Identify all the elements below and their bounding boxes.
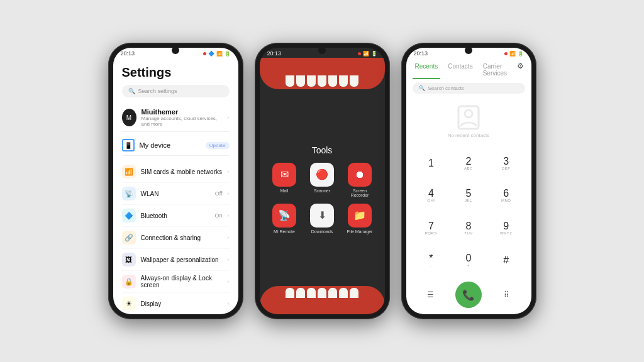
settings-item-sim[interactable]: 📶 SIM cards & mobile networks › [122, 161, 230, 183]
app-item-remote[interactable]: 📡 Mi Remote [269, 204, 300, 234]
dial-letters-2: ABC [464, 167, 473, 170]
dial-num-5: 5 [466, 189, 472, 199]
app-label-downloads: Downloads [311, 229, 333, 234]
account-name: Miuithemer [142, 108, 223, 116]
search-icon-dialer: 🔍 [419, 85, 425, 91]
tooth-bottom [296, 288, 305, 298]
phone-dialer: 20:13 📶 🔋 ⚙ Recents Contacts Carrier Ser… [401, 43, 536, 319]
home-battery-icon: 🔋 [371, 51, 377, 57]
tooth [339, 75, 348, 87]
dial-key-7[interactable]: 7 PQRS [414, 213, 449, 243]
tooth-bottom [307, 288, 316, 298]
chevron-sim-icon: › [228, 168, 230, 175]
settings-title: Settings [122, 65, 230, 80]
teeth-top [286, 75, 358, 87]
tooth-bottom [328, 288, 337, 298]
dial-key-0[interactable]: 0 + [451, 246, 486, 276]
folder-title: Tools [312, 145, 333, 155]
chevron-connection-icon: › [228, 234, 230, 241]
tab-contacts[interactable]: Contacts [445, 62, 475, 79]
dialer-actions: ☰ 📞 ⠿ [406, 278, 531, 314]
dial-key-#[interactable]: # [489, 246, 524, 276]
tooth-bottom [318, 288, 326, 298]
label-display: Display [141, 300, 223, 307]
dialer-search-placeholder: Search contacts [428, 85, 464, 91]
my-device-row[interactable]: 📱 My device Update [122, 135, 230, 156]
settings-item-connection[interactable]: 🔗 Connection & sharing › [122, 227, 230, 249]
home-bg: Tools ✉ Mail 🔴 Scanner ⏺ Screen Recorder… [260, 58, 385, 314]
settings-content: Settings 🔍 Search settings M Miuithemer … [113, 58, 238, 314]
tools-folder: Tools ✉ Mail 🔴 Scanner ⏺ Screen Recorder… [269, 145, 375, 234]
icon-wlan: 📡 [122, 187, 136, 200]
battery-icon: 🔋 [225, 51, 231, 57]
app-item-files[interactable]: 📁 File Manager [344, 204, 375, 234]
app-item-mail[interactable]: ✉ Mail [269, 163, 300, 197]
phone-settings: 20:13 🔷 📶 🔋 Settings 🔍 Search settings M… [108, 43, 243, 319]
tab-recents[interactable]: Recents [413, 62, 441, 79]
settings-item-display[interactable]: ☀ Display › [122, 293, 230, 314]
status-time-home: 20:13 [267, 50, 282, 57]
app-icon-recorder: ⏺ [348, 163, 372, 187]
dial-key-1[interactable]: 1 [414, 148, 449, 178]
dial-num-8: 8 [466, 221, 472, 231]
camera-notch [172, 47, 179, 54]
app-icon-downloads: ⬇ [310, 204, 334, 228]
dial-key-6[interactable]: 6 MNO [489, 181, 524, 211]
keypad-button[interactable]: ⠿ [498, 286, 516, 304]
dial-num-#: # [503, 255, 509, 265]
app-item-scanner[interactable]: 🔴 Scanner [306, 163, 338, 197]
app-label-files: File Manager [347, 229, 373, 234]
home-screen: 20:13 📶 🔋 [260, 48, 385, 314]
tooth [328, 75, 337, 87]
dialer-search[interactable]: 🔍 Search contacts [413, 83, 525, 94]
app-item-downloads[interactable]: ⬇ Downloads [306, 204, 338, 234]
value-wlan: Off [215, 190, 223, 197]
dialpad-toggle-button[interactable]: ☰ [421, 286, 439, 304]
tooth [307, 75, 316, 87]
dial-key-2[interactable]: 2 ABC [451, 148, 486, 178]
status-time: 20:13 [121, 50, 135, 57]
settings-screen: 20:13 🔷 📶 🔋 Settings 🔍 Search settings M… [113, 48, 238, 314]
gear-icon[interactable]: ⚙ [517, 62, 524, 70]
dial-key-3[interactable]: 3 DEF [489, 148, 524, 178]
dial-num-0: 0 [466, 253, 472, 263]
dialer-screen: 20:13 📶 🔋 ⚙ Recents Contacts Carrier Ser… [406, 48, 531, 314]
chevron-bluetooth-icon: › [228, 212, 230, 219]
dialer-wifi-icon: 📶 [509, 51, 516, 57]
dial-key-5[interactable]: 5 JKL [451, 181, 486, 211]
tooth-bottom [286, 288, 294, 298]
home-status-dot [358, 52, 361, 55]
settings-item-wlan[interactable]: 📡 WLAN Off › [122, 183, 230, 205]
app-icon-remote: 📡 [272, 204, 296, 228]
label-connection: Connection & sharing [141, 234, 223, 241]
dial-key-*[interactable]: * , [414, 246, 449, 276]
value-bluetooth: On [214, 212, 222, 219]
my-device-label: My device [140, 141, 171, 149]
call-button[interactable]: 📞 [455, 282, 482, 308]
settings-item-alwayson[interactable]: 🔒 Always-on display & Lock screen › [122, 271, 230, 293]
settings-item-wallpaper[interactable]: 🖼 Wallpaper & personalization › [122, 249, 230, 271]
settings-item-bluetooth[interactable]: 🔷 Bluetooth On › [122, 205, 230, 227]
icon-sim: 📶 [122, 165, 136, 178]
avatar: M [122, 109, 136, 126]
app-label-scanner: Scanner [314, 189, 330, 193]
dial-num-2: 2 [466, 156, 472, 167]
icon-connection: 🔗 [122, 231, 136, 244]
dial-letters-9: WXYZ [500, 231, 512, 235]
update-badge[interactable]: Update [206, 142, 230, 149]
phone-home: 20:13 📶 🔋 [255, 43, 390, 319]
chevron-icon: › [228, 114, 230, 121]
status-icons: 🔷 📶 🔋 [203, 51, 231, 57]
settings-search-bar[interactable]: 🔍 Search settings [122, 85, 230, 97]
label-sim: SIM cards & mobile networks [141, 168, 223, 175]
dial-key-4[interactable]: 4 GHI [414, 181, 449, 211]
dial-key-8[interactable]: 8 TUV [451, 213, 486, 243]
dial-letters-4: GHI [427, 199, 435, 202]
dialer-tabs: Recents Contacts Carrier Services [406, 58, 531, 79]
account-row[interactable]: M Miuithemer Manage accounts, cloud serv… [122, 104, 230, 132]
dial-num-4: 4 [428, 189, 434, 199]
tooth [296, 75, 305, 87]
home-wifi-icon: 📶 [363, 51, 369, 57]
dial-key-9[interactable]: 9 WXYZ [489, 213, 524, 243]
app-item-recorder[interactable]: ⏺ Screen Recorder [344, 163, 375, 197]
